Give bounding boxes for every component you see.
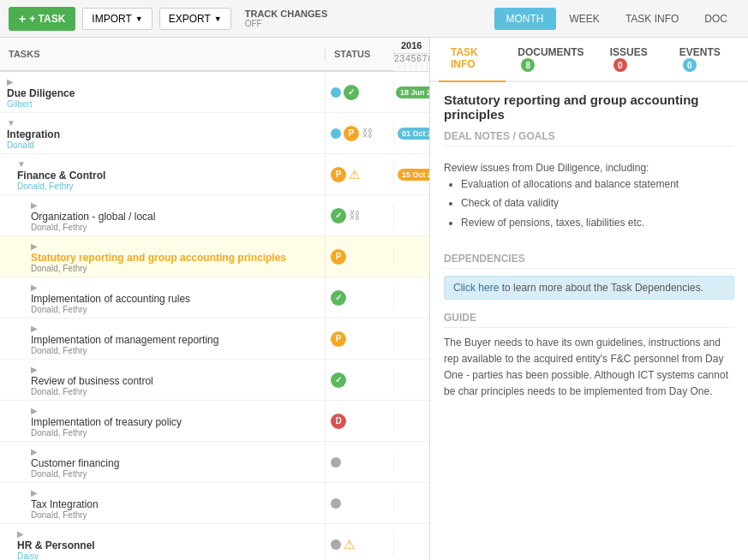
status-column-header: STATUS	[326, 49, 394, 59]
gantt-row: 18 Jun 2015 31 Oct 2015	[394, 77, 430, 108]
task-owner: Donald, Fethry	[31, 428, 318, 438]
task-name-cell: ▶ Implementation of management reporting…	[0, 319, 326, 359]
status-check: ✓	[331, 372, 346, 388]
right-panel: TASK INFO DOCUMENTS 8 ISSUES 0 EVENTS 0 …	[430, 38, 748, 560]
status-d: D	[331, 414, 346, 429]
status-dot-gray	[331, 539, 341, 550]
expand-icon[interactable]: ▶	[31, 406, 38, 415]
task-name-cell: ▶ Customer financing Donald, Fethry	[0, 442, 326, 482]
expand-icon[interactable]: ▶	[31, 324, 38, 333]
guide-header: Guide	[444, 312, 734, 328]
gantt-row	[394, 488, 430, 519]
expand-icon[interactable]: ▼	[7, 118, 15, 128]
deal-notes-section: Deal Notes / Goals Review issues from Du…	[444, 130, 734, 241]
expand-icon[interactable]: ▶	[31, 283, 38, 292]
tab-events-label: EVENTS	[679, 46, 721, 58]
dependencies-link[interactable]: Click here	[453, 282, 499, 294]
toolbar: + TASK IMPORT EXPORT TRACK CHANGES OFF M…	[0, 0, 748, 38]
task-name[interactable]: Integration	[7, 128, 60, 140]
notes-content: Review issues from Due Diligence, includ…	[444, 153, 734, 241]
task-name[interactable]: HR & Personnel	[17, 539, 95, 551]
table-row: ▼ Integration Donald P ⛓ 01 Oct 2015	[0, 113, 429, 154]
task-name-cell: ▶ Review of business control Donald, Fet…	[0, 360, 326, 400]
tab-doc[interactable]: DOC	[692, 8, 739, 30]
task-name[interactable]: Implementation of accounting rules	[31, 293, 190, 305]
task-name[interactable]: Implementation of treasury policy	[31, 416, 182, 428]
task-status: ✓	[326, 369, 394, 391]
task-name[interactable]: Organization - global / local	[31, 211, 155, 223]
events-badge: 0	[683, 58, 697, 72]
table-row: ▶ Tax Integration Donald, Fethry	[0, 483, 429, 524]
task-owner: Donald, Fethry	[31, 223, 318, 232]
status-p: P	[331, 331, 346, 347]
task-name[interactable]: Customer financing	[31, 457, 119, 469]
gantt-row	[394, 365, 430, 396]
task-status: P	[326, 246, 394, 268]
task-owner: Donald	[7, 140, 318, 150]
add-task-button[interactable]: + TASK	[9, 7, 75, 31]
expand-icon[interactable]: ▶	[31, 447, 38, 456]
link-icon: ⛓	[362, 127, 373, 140]
gantt-row	[394, 529, 430, 560]
expand-icon[interactable]: ▶	[31, 241, 38, 251]
task-name-cell: ▶ Organization - global / local Donald, …	[0, 195, 326, 235]
table-row: ▶ Implementation of treasury policy Dona…	[0, 401, 429, 442]
notes-intro: Review issues from Due Diligence, includ…	[444, 160, 734, 176]
task-name[interactable]: Statutory reporting and group accounting…	[31, 252, 286, 264]
task-owner: Donald, Fethry	[31, 469, 318, 479]
task-name[interactable]: Tax Integration	[31, 498, 99, 510]
task-name[interactable]: Review of business control	[31, 375, 153, 387]
note-bullet-2: Check of data validity	[461, 195, 734, 211]
status-dot-blue	[331, 128, 341, 139]
tab-events[interactable]: EVENTS 0	[667, 38, 739, 82]
task-owner: Daisy	[17, 551, 318, 560]
status-p: P	[331, 249, 346, 265]
expand-icon[interactable]: ▶	[31, 365, 38, 374]
task-status: ✓ ⛓	[326, 205, 394, 227]
table-row: ▶ Implementation of accounting rules Don…	[0, 277, 429, 319]
status-p: P	[344, 126, 359, 141]
tab-month[interactable]: MONTH	[494, 8, 556, 30]
task-name-cell: ▶ Statutory reporting and group accounti…	[0, 236, 326, 277]
expand-icon[interactable]: ▶	[31, 200, 38, 210]
gantt-row: 15 Oct 2015	[394, 159, 430, 190]
export-button[interactable]: EXPORT	[159, 8, 231, 30]
tab-issues[interactable]: ISSUES 0	[598, 38, 667, 82]
task-name-cell: ▼ Finance & Control Donald, Fethry	[0, 154, 326, 194]
task-name[interactable]: Finance & Control	[17, 170, 105, 182]
expand-icon[interactable]: ▶	[7, 77, 14, 86]
task-status: ✓	[326, 287, 394, 309]
table-row: ▶ Due Diligence Gilbert ✓ 18 Jun 2015 31…	[0, 72, 429, 113]
expand-icon[interactable]: ▶	[31, 488, 38, 497]
dependencies-header: Dependencies	[444, 253, 734, 269]
tab-week[interactable]: WEEK	[558, 8, 612, 30]
task-name[interactable]: Implementation of management reporting	[31, 334, 218, 346]
status-check-green: ✓	[344, 85, 359, 100]
table-row: ▶ Statutory reporting and group accounti…	[0, 236, 429, 277]
task-name[interactable]: Due Diligence	[7, 87, 75, 99]
tab-documents[interactable]: DOCUMENTS 8	[506, 38, 597, 82]
status-dot-gray	[331, 498, 341, 509]
table-row: ▼ Finance & Control Donald, Fethry P ⚠ 1…	[0, 154, 429, 195]
task-status: D	[326, 410, 394, 432]
import-button[interactable]: IMPORT	[82, 8, 152, 30]
task-name-cell: ▶ Due Diligence Gilbert	[0, 72, 326, 112]
task-name-cell: ▶ HR & Personnel Daisy	[0, 524, 326, 560]
track-changes-label: TRACK CHANGES	[245, 9, 328, 19]
task-status	[326, 495, 394, 512]
status-check: ✓	[331, 208, 346, 223]
tab-task-info[interactable]: TASK INFO	[439, 38, 506, 82]
gantt-date-start: 18 Jun 2015	[396, 86, 430, 98]
task-owner: Donald, Fethry	[31, 510, 318, 520]
track-changes-status: OFF	[245, 19, 328, 28]
view-tabs: MONTH WEEK TASK INFO DOC	[494, 8, 739, 30]
status-dot-blue	[331, 87, 341, 98]
task-name-cell: ▶ Tax Integration Donald, Fethry	[0, 483, 326, 523]
expand-icon[interactable]: ▼	[17, 159, 26, 169]
tab-task-info[interactable]: TASK INFO	[613, 8, 691, 30]
gantt-date-start: 01 Oct 2015	[398, 128, 430, 140]
expand-icon[interactable]: ▶	[17, 529, 24, 539]
note-bullet-1: Evaluation of allocations and balance st…	[461, 176, 734, 193]
gantt-row	[394, 447, 430, 478]
dependencies-box: Click here to learn more about the Task …	[444, 276, 734, 300]
